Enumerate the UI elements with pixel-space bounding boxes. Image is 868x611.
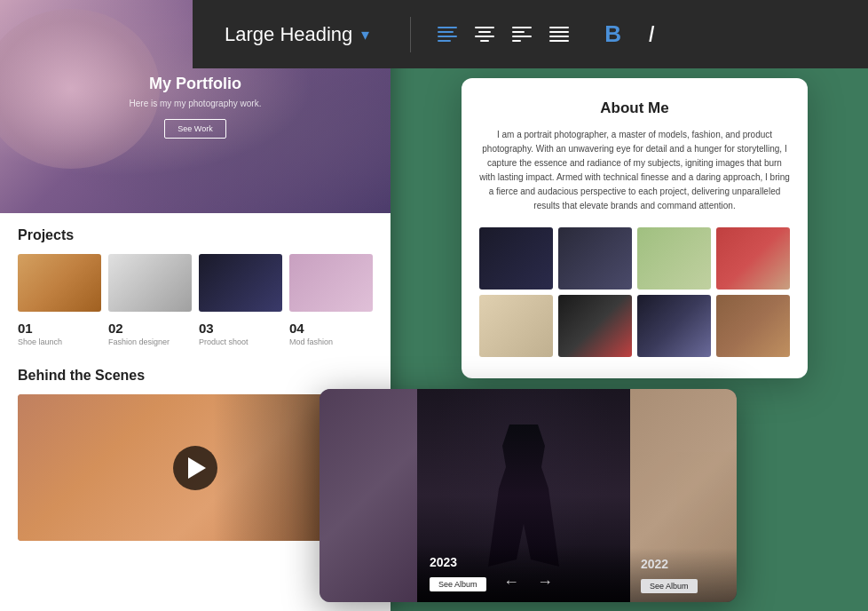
hero-subtitle: Here is my my photography work. xyxy=(130,99,262,108)
project-thumb-1[interactable] xyxy=(18,254,101,312)
list-item: 01 Shoe launch xyxy=(18,321,101,346)
about-photo-7 xyxy=(637,295,711,357)
about-photo-3 xyxy=(637,227,711,290)
heading-label: Large Heading xyxy=(225,23,352,46)
carousel-photo-center: 2023 See Album xyxy=(417,389,630,602)
carousel-right-overlay: 2022 See Album xyxy=(630,548,737,602)
about-photo-5 xyxy=(479,295,553,357)
project-label: Shoe launch xyxy=(18,337,101,346)
projects-list: 01 Shoe launch 02 Fashion designer 03 Pr… xyxy=(18,321,373,346)
project-number: 04 xyxy=(289,321,373,336)
projects-title: Projects xyxy=(18,227,373,243)
carousel-inner: 2023 See Album 2022 See Album ← → xyxy=(320,389,737,602)
about-photo-6 xyxy=(558,295,632,357)
about-title: About Me xyxy=(479,99,790,117)
align-justify-icon[interactable] xyxy=(549,27,569,42)
projects-thumbnails xyxy=(18,254,373,312)
project-number: 02 xyxy=(108,321,192,336)
carousel-prev-button[interactable]: ← xyxy=(503,573,519,591)
list-item: 03 Product shoot xyxy=(199,321,282,346)
album-carousel: 2023 See Album 2022 See Album ← → xyxy=(320,389,737,602)
project-thumb-4[interactable] xyxy=(289,254,373,312)
project-thumb-2[interactable] xyxy=(108,254,192,312)
projects-section: Projects 01 Shoe launch 02 Fashion desig… xyxy=(0,213,391,357)
carousel-year-2023: 2023 xyxy=(430,555,618,569)
heading-selector[interactable]: Large Heading ▾ xyxy=(210,16,383,53)
project-label: Fashion designer xyxy=(108,337,192,346)
carousel-nav: ← → xyxy=(503,573,553,591)
about-photo-4 xyxy=(716,227,790,290)
about-photos-grid xyxy=(479,227,790,357)
toolbar-divider xyxy=(410,17,411,52)
project-label: Product shoot xyxy=(199,337,282,346)
toolbar: Large Heading ▾ B I xyxy=(193,0,868,68)
project-label: Mod fashion xyxy=(289,337,373,346)
play-icon xyxy=(188,457,206,479)
about-photo-2 xyxy=(558,227,632,290)
italic-button[interactable]: I xyxy=(648,20,654,48)
list-item: 02 Fashion designer xyxy=(108,321,192,346)
about-text: I am a portrait photographer, a master o… xyxy=(479,128,790,213)
play-button[interactable] xyxy=(173,446,217,490)
hero-cta-button[interactable]: See Work xyxy=(164,119,225,139)
align-center-icon[interactable] xyxy=(475,27,494,42)
project-number: 03 xyxy=(199,321,282,336)
project-thumb-3[interactable] xyxy=(199,254,282,312)
carousel-see-album-2023[interactable]: See Album xyxy=(430,577,486,591)
bold-button[interactable]: B xyxy=(604,20,621,48)
carousel-photo-right: 2022 See Album xyxy=(630,389,737,602)
carousel-year-2022: 2022 xyxy=(641,557,726,571)
about-photo-8 xyxy=(716,295,790,357)
carousel-see-album-2022[interactable]: See Album xyxy=(641,579,698,593)
project-number: 01 xyxy=(18,321,101,336)
carousel-next-button[interactable]: → xyxy=(537,573,553,591)
align-right-icon[interactable] xyxy=(512,27,532,42)
hero-title: My Portfolio xyxy=(130,75,262,93)
align-left-icon[interactable] xyxy=(438,27,457,42)
scenes-title: Behind the Scenes xyxy=(18,368,373,384)
list-item: 04 Mod fashion xyxy=(289,321,373,346)
about-photo-1 xyxy=(479,227,553,290)
chevron-down-icon: ▾ xyxy=(361,25,369,44)
hero-text-block: My Portfolio Here is my my photography w… xyxy=(130,75,262,139)
about-card: About Me I am a portrait photographer, a… xyxy=(462,78,808,378)
carousel-photo-left xyxy=(320,389,417,602)
